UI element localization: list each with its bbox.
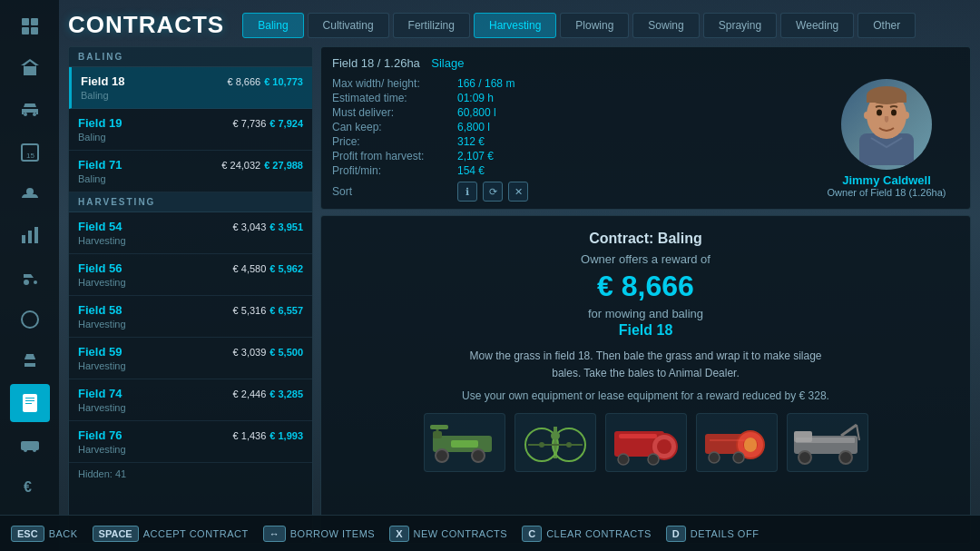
key-arrows: ↔ — [263, 526, 286, 542]
contract-type-56: Harvesting — [78, 277, 303, 288]
key-esc: ESC — [11, 526, 44, 542]
svg-rect-23 — [867, 95, 906, 103]
contract-type-18: Baling — [81, 90, 303, 101]
svg-point-58 — [839, 451, 852, 464]
label-details: DETAILS OFF — [691, 528, 760, 539]
svg-rect-15 — [21, 441, 39, 450]
price-bonus-18: € 10,773 — [264, 76, 303, 87]
svg-rect-10 — [28, 231, 32, 243]
tab-weeding[interactable]: Weeding — [780, 13, 854, 38]
tab-fertilizing[interactable]: Fertilizing — [393, 13, 470, 38]
contract-list: BALING Field 18 € 8,666 € 10,773 Baling … — [68, 46, 313, 544]
contract-card-title: Contract: Baling — [589, 231, 701, 247]
price-bonus-76: € 1,993 — [270, 430, 303, 441]
key-c: C — [522, 526, 542, 542]
contract-type-54: Harvesting — [78, 235, 303, 246]
label-deliver: Must deliver: — [332, 106, 450, 119]
price-main-71: € 24,032 — [221, 160, 260, 171]
svg-point-27 — [904, 112, 909, 119]
label-borrow: BORROW ITEMS — [290, 528, 375, 539]
list-item-field18[interactable]: Field 18 € 8,666 € 10,773 Baling — [69, 67, 312, 109]
contract-type-58: Harvesting — [78, 319, 303, 330]
shortcut-back: ESC BACK — [11, 526, 78, 542]
key-space: SPACE — [93, 526, 139, 542]
svg-text:15: 15 — [26, 152, 34, 160]
sidebar: 15 € — [0, 0, 59, 551]
info-row-maxwidth: Max width/ height: 166 / 168 m — [332, 76, 805, 91]
list-item-field71[interactable]: Field 71 € 24,032 € 27,988 Baling — [69, 151, 312, 192]
sidebar-icon-euro[interactable]: € — [10, 467, 50, 506]
svg-point-24 — [877, 110, 882, 116]
info-table: Field 18 / 1.26ha Silage Max width/ heig… — [332, 54, 805, 202]
label-accept: ACCEPT CONTRACT — [143, 528, 249, 539]
shortcut-details: D DETAILS OFF — [666, 526, 760, 542]
svg-point-52 — [709, 452, 720, 463]
equipment-rake — [514, 413, 596, 472]
contract-detail-card: Contract: Baling Owner offers a reward o… — [320, 215, 971, 544]
svg-rect-32 — [451, 440, 478, 448]
value-price: 312 € — [457, 135, 485, 148]
tab-other[interactable]: Other — [858, 13, 916, 38]
sidebar-icon-vehicle[interactable] — [10, 91, 50, 129]
sidebar-icon-contracts[interactable] — [10, 384, 50, 422]
price-main-19: € 7,736 — [233, 118, 267, 129]
price-bonus-56: € 5,962 — [270, 263, 303, 274]
list-item-field74[interactable]: Field 74 € 2,446 € 3,285 Harvesting — [69, 379, 312, 421]
label-profit-harvest: Profit from harvest: — [332, 150, 450, 162]
label-keep: Can keep: — [332, 121, 450, 133]
svg-rect-2 — [22, 27, 29, 34]
section-header-baling: BALING — [69, 47, 312, 67]
sidebar-icon-transport[interactable] — [10, 426, 50, 464]
sidebar-icon-tractor[interactable] — [10, 258, 50, 296]
list-item-field58[interactable]: Field 58 € 5,316 € 6,557 Harvesting — [69, 296, 312, 338]
sidebar-icon-farm[interactable] — [10, 49, 50, 87]
label-maxwidth: Max width/ height: — [332, 77, 450, 90]
list-item-field59[interactable]: Field 59 € 3,039 € 5,500 Harvesting — [69, 338, 312, 379]
price-main-18: € 8,666 — [227, 76, 260, 87]
owner-avatar — [841, 79, 932, 170]
label-clear: CLEAR CONTRACTS — [546, 528, 652, 539]
field-name-74: Field 74 — [78, 387, 122, 400]
svg-rect-34 — [430, 425, 448, 429]
field-name-58: Field 58 — [78, 303, 122, 317]
svg-point-8 — [26, 188, 34, 195]
sidebar-icon-animals[interactable] — [10, 342, 50, 380]
list-item-field76[interactable]: Field 76 € 1,436 € 1,993 Harvesting — [69, 421, 312, 463]
list-item-field54[interactable]: Field 54 € 3,043 € 3,951 Harvesting — [69, 212, 312, 254]
sidebar-icon-stats[interactable] — [10, 216, 50, 254]
list-item-field56[interactable]: Field 56 € 4,580 € 5,962 Harvesting — [69, 254, 312, 296]
price-bonus-74: € 3,285 — [270, 389, 303, 399]
svg-point-26 — [864, 112, 869, 119]
price-bonus-58: € 6,557 — [270, 305, 303, 316]
svg-point-53 — [733, 452, 744, 463]
price-main-76: € 1,436 — [233, 430, 267, 441]
sort-btn-x[interactable]: ✕ — [508, 182, 528, 202]
reward-for: for mowing and baling — [588, 307, 703, 320]
tab-cultivating[interactable]: Cultivating — [308, 13, 389, 38]
equipment-baler — [605, 413, 687, 472]
svg-point-57 — [799, 451, 811, 464]
list-item-field19[interactable]: Field 19 € 7,736 € 7,924 Baling — [69, 109, 312, 151]
tab-plowing[interactable]: Plowing — [560, 13, 629, 38]
field-header-text: Field 18 / 1.26ha — [332, 56, 420, 70]
tab-baling[interactable]: Baling — [242, 13, 303, 38]
tab-harvesting[interactable]: Harvesting — [474, 13, 556, 38]
sidebar-icon-money[interactable] — [10, 300, 50, 339]
tab-spraying[interactable]: Spraying — [703, 13, 777, 38]
sort-btn-clock[interactable]: ⟳ — [483, 182, 503, 202]
price-main-56: € 4,580 — [233, 263, 267, 274]
sort-btn-info[interactable]: ℹ — [457, 182, 477, 202]
price-bonus-19: € 7,924 — [270, 118, 303, 129]
value-keep: 6,800 l — [457, 121, 490, 133]
info-row-profit-harvest: Profit from harvest: 2,107 € — [332, 149, 805, 163]
sidebar-icon-map[interactable] — [10, 7, 50, 45]
contract-type-19: Baling — [78, 132, 303, 143]
svg-point-17 — [33, 448, 36, 452]
field-type-text: Silage — [431, 56, 464, 70]
tab-sowing[interactable]: Sowing — [632, 13, 699, 38]
sidebar-icon-calendar[interactable]: 15 — [10, 133, 50, 171]
sidebar-icon-weather[interactable] — [10, 174, 50, 212]
owner-name: Jimmy Caldwell — [842, 173, 931, 187]
svg-text:€: € — [24, 479, 32, 495]
value-profit-min: 154 € — [457, 164, 485, 177]
